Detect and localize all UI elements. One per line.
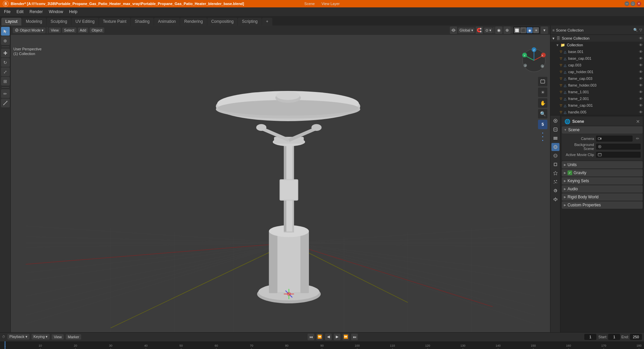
play-reverse-btn[interactable]: ◀ <box>325 334 332 340</box>
tool-annotate[interactable]: ✏ <box>1 89 10 98</box>
keying-menu[interactable]: Keying ▾ <box>32 334 50 340</box>
maximize-button[interactable]: □ <box>631 1 635 6</box>
tab-compositing[interactable]: Compositing <box>207 18 238 26</box>
outliner-search-icon[interactable]: 🔍 <box>633 28 638 32</box>
outliner-item-cap003[interactable]: ▽ △ cap.003 👁 <box>550 62 644 68</box>
object-mode-dropdown[interactable]: Object Mode ▾ <box>13 28 46 33</box>
global-dropdown[interactable]: Global ▾ <box>458 28 475 33</box>
minimize-button[interactable]: ─ <box>625 1 629 6</box>
next-keyframe-btn[interactable]: ⏩ <box>342 334 349 340</box>
outliner-item-scene-collection[interactable]: ▼ 🗄 Scene Collection 👁 <box>550 35 644 42</box>
3d-viewport[interactable]: Object Mode ▾ View Select Add Object Glo… <box>11 26 550 332</box>
current-frame-input[interactable]: 1 <box>584 334 596 340</box>
zoom-in-out[interactable]: 🔍 <box>538 109 547 118</box>
tab-sculpting[interactable]: Sculpting <box>47 18 71 26</box>
show-overlays[interactable]: ◉ <box>495 27 502 34</box>
tool-cursor[interactable]: ⊕ <box>1 36 10 45</box>
outliner-item-framecap001[interactable]: ▽ △ frame_cap.001 👁 <box>550 102 644 109</box>
playback-menu[interactable]: Playback ▾ <box>7 334 30 340</box>
prop-physics-icon[interactable] <box>551 187 559 195</box>
tab-uv-editing[interactable]: UV Editing <box>71 18 99 26</box>
prop-output-icon[interactable] <box>551 126 559 134</box>
gravity-section-header[interactable]: ▶ ✓ Gravity <box>562 169 643 177</box>
active-movie-clip-field[interactable] <box>596 152 641 158</box>
material-shading[interactable]: ◉ <box>527 27 533 33</box>
outliner-item-handle005[interactable]: ▽ △ handle.005 👁 <box>550 109 644 115</box>
outliner-filter-icon[interactable]: ▽ <box>639 28 642 32</box>
close-button[interactable]: ✕ <box>637 1 641 6</box>
tool-rotate[interactable]: ↻ <box>1 58 10 67</box>
camera-edit-btn[interactable]: ✏ <box>635 136 641 142</box>
prop-world-icon[interactable] <box>551 152 559 160</box>
tab-layout[interactable]: Layout <box>1 18 21 26</box>
outliner-item-frame2001[interactable]: ▽ △ frame_2.001 👁 <box>550 95 644 102</box>
background-scene-field[interactable] <box>596 144 641 150</box>
timeline-ruler[interactable]: 1 10 20 30 40 50 60 70 80 90 100 110 120 <box>0 341 644 349</box>
jump-to-end-btn[interactable]: ⏭ <box>351 334 358 340</box>
outliner-item-flameholder003[interactable]: ▽ △ flame_holder.003 👁 <box>550 82 644 89</box>
menu-render[interactable]: Render <box>27 9 45 15</box>
units-section-header[interactable]: ▶ Units <box>562 161 643 168</box>
rigid-body-world-header[interactable]: ▶ Rigid Body World <box>562 193 643 201</box>
snap-toggle[interactable]: 🧲 <box>476 27 483 34</box>
view-menu[interactable]: View <box>49 28 61 33</box>
tool-move[interactable] <box>1 49 10 57</box>
select-menu[interactable]: Select <box>62 28 76 33</box>
gravity-checkbox[interactable]: ✓ <box>568 170 572 175</box>
wireframe-shading[interactable]: ⬜ <box>514 27 520 33</box>
rendered-shading[interactable]: ☀ <box>533 27 539 33</box>
jump-to-start-btn[interactable]: ⏮ <box>308 334 314 340</box>
tab-scripting[interactable]: Scripting <box>238 18 262 26</box>
camera-field[interactable] <box>596 136 633 142</box>
audio-section-header[interactable]: ▶ Audio <box>562 185 643 193</box>
prop-particles-icon[interactable] <box>551 178 559 186</box>
menu-help[interactable]: Help <box>66 9 80 15</box>
end-frame-input[interactable]: 250 <box>630 334 642 340</box>
tab-shading[interactable]: Shading <box>131 18 154 26</box>
menu-window[interactable]: Window <box>46 9 66 15</box>
menu-edit[interactable]: Edit <box>14 9 26 15</box>
tool-transform[interactable]: ⊞ <box>1 77 10 86</box>
play-btn[interactable]: ▶ <box>334 334 340 340</box>
outliner-item-basecap001[interactable]: ▽ △ base_cap.001 👁 <box>550 55 644 62</box>
global-transform-dropdown[interactable] <box>450 27 457 34</box>
viewport-shading-menu[interactable]: ▾ <box>541 27 548 34</box>
scene-section-header[interactable]: ▼ Scene <box>562 126 643 134</box>
solid-shading[interactable]: ⬛ <box>520 27 526 33</box>
tab-add[interactable]: + <box>262 18 272 26</box>
navigation-gizmo[interactable]: X Y Z -Y -X <box>521 47 547 74</box>
custom-properties-header[interactable]: ▶ Custom Properties <box>562 201 643 209</box>
tool-select[interactable] <box>1 27 10 36</box>
numpad-5[interactable]: 5 <box>538 120 547 129</box>
prop-constraints-icon[interactable] <box>551 195 559 203</box>
orbit-view[interactable]: ☀ <box>538 88 547 97</box>
tab-animation[interactable]: Animation <box>154 18 180 26</box>
tool-measure[interactable] <box>1 99 10 107</box>
keying-sets-header[interactable]: ▶ Keying Sets <box>562 177 643 185</box>
prop-modifier-icon[interactable] <box>551 169 559 177</box>
prop-render-icon[interactable] <box>551 117 559 125</box>
menu-file[interactable]: File <box>1 9 13 15</box>
outliner-item-flamecap003[interactable]: ▽ △ flame_cap.003 👁 <box>550 75 644 82</box>
view-menu-tl[interactable]: View <box>52 334 64 340</box>
proportional-edit[interactable]: ⊙ ▾ <box>484 28 493 33</box>
prop-view-layer-icon[interactable] <box>551 134 559 142</box>
prop-object-icon[interactable] <box>551 160 559 168</box>
tab-texture-paint[interactable]: Texture Paint <box>99 18 130 26</box>
outliner-item-frame1001[interactable]: ▽ △ frame_1.001 👁 <box>550 89 644 95</box>
add-menu[interactable]: Add <box>78 28 89 33</box>
outliner-item-collection[interactable]: ▼ 📁 Collection 👁 <box>550 42 644 48</box>
tab-rendering[interactable]: Rendering <box>180 18 207 26</box>
object-menu[interactable]: Object <box>90 28 104 33</box>
outliner-item-capholder001[interactable]: ▽ △ cap_holder.001 👁 <box>550 68 644 75</box>
pan-view[interactable]: ✋ <box>538 98 547 108</box>
prop-close-btn[interactable]: ✕ <box>636 119 640 124</box>
prop-scene-icon[interactable] <box>551 143 559 151</box>
tool-scale[interactable]: ⤢ <box>1 67 10 76</box>
zoom-view[interactable] <box>538 77 547 86</box>
marker-menu[interactable]: Marker <box>66 334 81 340</box>
outliner-item-base001[interactable]: ▽ △ base.001 👁 <box>550 48 644 55</box>
show-gizmos[interactable]: ⊕ <box>503 27 511 34</box>
tab-modeling[interactable]: Modeling <box>22 18 46 26</box>
start-frame-input[interactable]: 1 <box>608 334 620 340</box>
